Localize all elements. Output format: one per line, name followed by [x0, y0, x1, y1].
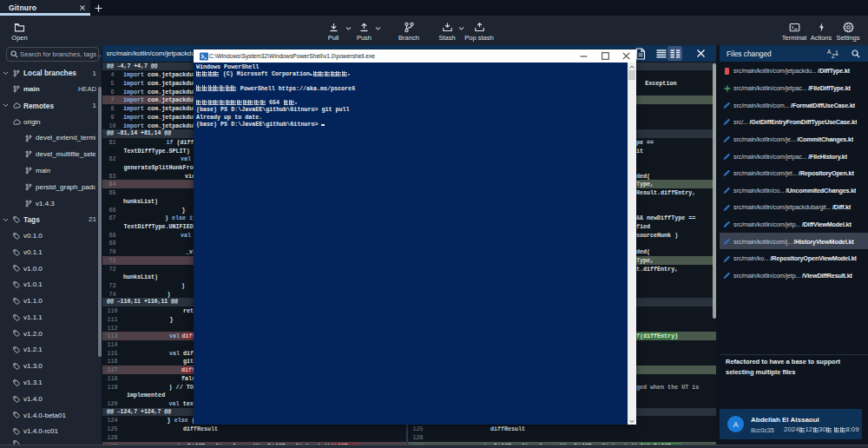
- svg-text:Z: Z: [832, 53, 835, 59]
